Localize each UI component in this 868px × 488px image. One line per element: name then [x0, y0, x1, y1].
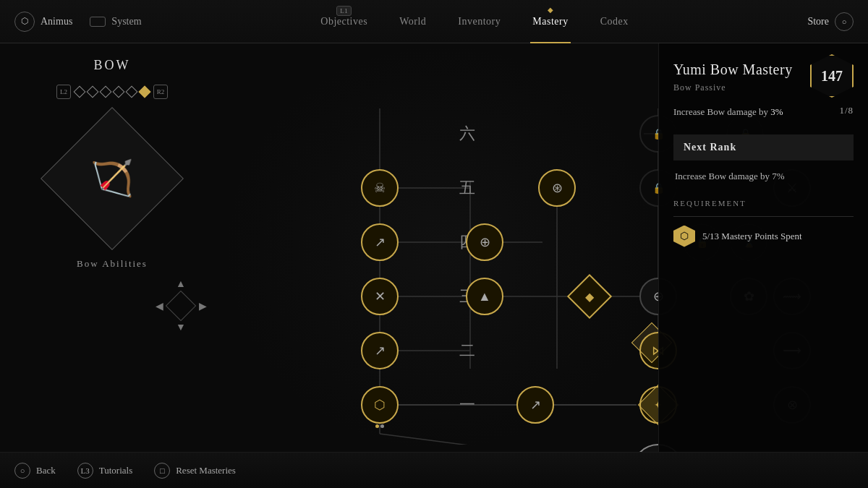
- node-r4-c2[interactable]: ⊕: [466, 223, 503, 261]
- row-label-5: 五: [459, 177, 475, 199]
- next-rank-value: 7%: [772, 171, 784, 181]
- skill-tree-container: 六 五 四 三 二 一 ⬡ ↗ ✦ ⊗: [224, 51, 658, 445]
- reset-label: Reset Masteries: [176, 465, 236, 476]
- pip-2: [380, 424, 384, 428]
- character-figure: 🏹: [90, 158, 134, 199]
- requirement-text: 5/13 Mastery Points Spent: [702, 231, 802, 242]
- tab-codex-label: Codex: [600, 16, 629, 27]
- nav-right: Store ○: [807, 12, 854, 31]
- tab-inventory-label: Inventory: [458, 16, 501, 27]
- rank-dot-3: [100, 86, 112, 98]
- pip-1: [375, 424, 379, 428]
- tab-codex[interactable]: Codex: [584, 0, 644, 43]
- back-button[interactable]: ○ Back: [14, 463, 56, 479]
- node-r4-c1[interactable]: ↗: [361, 223, 399, 261]
- next-rank-desc: Increase Bow damage by 7%: [673, 169, 854, 184]
- skill-rank-current: 1: [839, 105, 845, 116]
- node-r5-skull[interactable]: ☠: [361, 169, 399, 207]
- nav-center: L1 Objectives World Inventory ◆ Mastery …: [142, 0, 808, 43]
- main-content: BOW L2 R2 🏹 Bow Abilities ▲ ▼ ◀ ▶: [0, 43, 868, 452]
- right-panel: 147 Yumi Bow Mastery Bow Passive 1/8 Inc…: [658, 43, 868, 452]
- tab-mastery[interactable]: ◆ Mastery: [516, 0, 584, 43]
- tab-objectives-label: Objectives: [320, 16, 367, 27]
- nav-up[interactable]: ▲: [174, 277, 188, 291]
- system-icon: [90, 17, 106, 27]
- skill-desc-prefix: Increase Bow damage by: [673, 106, 770, 117]
- node-r1-c2-icon: ↗: [530, 397, 541, 413]
- store-button[interactable]: Store ○: [807, 12, 854, 31]
- cross-center-diamond: [166, 291, 196, 321]
- node-r5-skull-icon: ☠: [374, 180, 386, 196]
- skill-rank-display: 1/8: [839, 105, 854, 116]
- animus-icon: ⬡: [14, 12, 35, 32]
- tab-mastery-label: Mastery: [532, 16, 568, 27]
- svg-line-6: [380, 434, 658, 445]
- rank-dot-2: [87, 86, 99, 98]
- rank-dot-6: [139, 86, 151, 98]
- back-icon: ○: [14, 463, 30, 479]
- next-rank-prefix: Increase Bow damage by: [675, 171, 772, 181]
- tree-connections: [224, 51, 658, 445]
- left-panel: BOW L2 R2 🏹 Bow Abilities ▲ ▼ ◀ ▶: [0, 43, 224, 452]
- node-r5-c2[interactable]: ⊛: [538, 169, 576, 207]
- reset-icon: □: [154, 463, 170, 479]
- nav-left: ⬡ Animus System: [14, 12, 142, 32]
- rank-dot-1: [74, 86, 86, 98]
- bumper-l1: L1: [336, 6, 352, 16]
- reset-button[interactable]: □ Reset Masteries: [154, 463, 236, 479]
- requirement-item: ⬡ 5/13 Mastery Points Spent: [673, 226, 854, 247]
- tab-world-label: World: [399, 16, 426, 27]
- node-r3-c2-icon: ▲: [478, 289, 491, 304]
- node-r1-c1[interactable]: ⬡: [361, 386, 399, 424]
- requirement-divider: [673, 216, 854, 217]
- mastery-diamond-icon: ◆: [548, 6, 554, 14]
- tutorials-icon: L3: [77, 463, 93, 479]
- requirement-icon: ⬡: [673, 226, 695, 247]
- tab-world[interactable]: World: [383, 0, 442, 43]
- panel-title: BOW: [94, 58, 131, 73]
- node-r1-c1-pips: [375, 424, 384, 428]
- row-label-2: 二: [459, 340, 475, 361]
- row-label-6: 六: [459, 123, 475, 145]
- rank-dot-5: [126, 86, 138, 98]
- nav-down[interactable]: ▼: [174, 320, 188, 335]
- skill-rank-max: 8: [848, 105, 854, 116]
- node-r2-c1-icon: ↗: [375, 343, 386, 359]
- tab-objectives[interactable]: L1 Objectives: [305, 0, 383, 43]
- tutorials-button[interactable]: L3 Tutorials: [77, 463, 132, 479]
- skill-description: Increase Bow damage by 3%: [673, 105, 854, 120]
- r2-button[interactable]: R2: [153, 85, 168, 99]
- char-label: Bow Abilities: [77, 258, 148, 270]
- node-r1-c1-icon: ⬡: [374, 397, 386, 413]
- rank-dots: L2 R2: [56, 85, 168, 99]
- skill-desc-value: 3%: [770, 106, 783, 117]
- nav-left-arrow[interactable]: ◀: [152, 299, 166, 313]
- node-r3-c1[interactable]: ✕: [361, 278, 399, 315]
- animus-brand: ⬡ Animus: [14, 12, 72, 32]
- requirement-header: REQUIREMENT: [673, 199, 854, 207]
- node-r4-c1-icon: ↗: [375, 234, 386, 250]
- animus-label: Animus: [41, 16, 72, 27]
- mastery-points-value: 147: [821, 68, 843, 85]
- l2-button[interactable]: L2: [56, 85, 71, 99]
- row-label-1: 一: [459, 394, 475, 416]
- skill-category-text: Bow Passive: [673, 82, 726, 93]
- node-r3-c1-icon: ✕: [375, 288, 386, 304]
- node-r2-c1[interactable]: ↗: [361, 332, 399, 369]
- top-navigation: ⬡ Animus System L1 Objectives World Inve…: [0, 0, 868, 43]
- nav-right-arrow[interactable]: ▶: [195, 299, 210, 313]
- tutorials-label: Tutorials: [99, 465, 132, 476]
- node-r3-c2[interactable]: ▲: [466, 278, 503, 315]
- node-r1-c2[interactable]: ↗: [516, 386, 554, 424]
- back-label: Back: [36, 465, 56, 476]
- system-nav[interactable]: System: [90, 16, 141, 27]
- node-r4-c2-icon: ⊕: [480, 234, 490, 250]
- nav-cross: ▲ ▼ ◀ ▶: [152, 277, 210, 335]
- node-r3-diamond-icon: ◆: [585, 290, 594, 304]
- character-frame: 🏹: [47, 114, 177, 244]
- node-r5-c2-icon: ⊛: [552, 180, 563, 196]
- node-r3-diamond[interactable]: ◆: [567, 274, 612, 319]
- skill-tree: 六 五 四 三 二 一 ⬡ ↗ ✦ ⊗: [224, 43, 658, 452]
- bottom-bar: ○ Back L3 Tutorials □ Reset Masteries: [0, 452, 868, 488]
- tab-inventory[interactable]: Inventory: [442, 0, 516, 43]
